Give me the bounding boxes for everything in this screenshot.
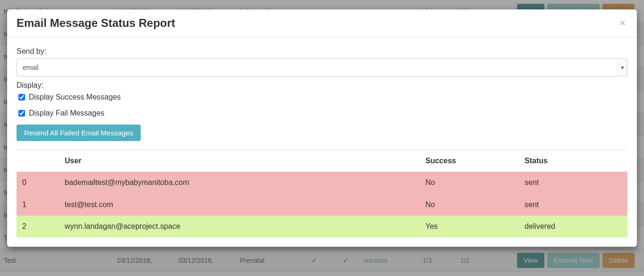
col-user: User xyxy=(59,150,420,172)
col-success: Success xyxy=(420,150,519,172)
display-fail-row: Display Fail Messages xyxy=(17,109,627,118)
display-fail-label: Display Fail Messages xyxy=(29,109,104,117)
display-success-row: Display Success Messages xyxy=(17,92,627,102)
cell-status: delivered xyxy=(519,216,627,237)
cell-status: sent xyxy=(519,172,627,194)
display-fail-checkbox[interactable] xyxy=(18,110,25,117)
send-by-label: Send by: xyxy=(17,47,627,56)
cell-index: 2 xyxy=(17,216,59,237)
cell-success: Yes xyxy=(420,216,519,237)
cell-user: wynn.landagan@aceproject.space xyxy=(59,216,420,237)
close-icon[interactable]: × xyxy=(618,18,627,28)
cell-index: 0 xyxy=(17,172,59,194)
status-table: User Success Status 0 bademailtest@mybab… xyxy=(17,150,627,237)
table-row: 1 test@test.com No sent xyxy=(17,194,627,216)
modal-title: Email Message Status Report xyxy=(17,17,618,30)
cell-index: 1 xyxy=(17,194,59,216)
display-success-checkbox[interactable] xyxy=(18,94,25,100)
resend-failed-button[interactable]: Resend All Failed Email Messages xyxy=(17,125,141,141)
modal-body: Send by: email ▼ Display: Display Succes… xyxy=(7,37,637,247)
send-by-select[interactable]: email ▼ xyxy=(17,59,627,76)
table-row: 0 bademailtest@mybabymanitoba.com No sen… xyxy=(17,172,627,194)
cell-success: No xyxy=(420,194,519,216)
display-success-label: Display Success Messages xyxy=(29,93,121,101)
display-label: Display: xyxy=(17,81,627,90)
send-by-value: email xyxy=(17,59,627,76)
modal-header: Email Message Status Report × xyxy=(7,9,637,37)
cell-success: No xyxy=(420,172,519,194)
col-status: Status xyxy=(519,150,627,172)
cell-user: bademailtest@mybabymanitoba.com xyxy=(59,172,420,194)
cell-user: test@test.com xyxy=(59,194,420,216)
table-row: 2 wynn.landagan@aceproject.space Yes del… xyxy=(17,216,627,237)
col-index xyxy=(17,150,59,172)
email-status-modal: Email Message Status Report × Send by: e… xyxy=(7,9,637,247)
table-header-row: User Success Status xyxy=(17,150,627,172)
cell-status: sent xyxy=(519,194,627,216)
